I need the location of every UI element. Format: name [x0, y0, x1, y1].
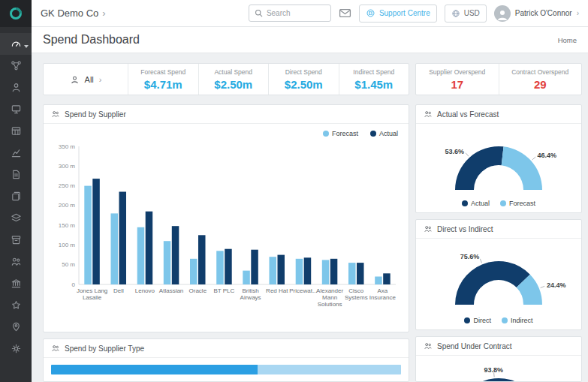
svg-text:Solutions: Solutions: [318, 301, 342, 308]
legend-indirect[interactable]: Indirect: [502, 317, 533, 324]
legend-label: Actual: [471, 200, 490, 207]
svg-text:350 m: 350 m: [59, 143, 76, 150]
sidebar-item-layers[interactable]: [0, 207, 32, 229]
sidebar-item-table[interactable]: [0, 120, 32, 142]
user-caret-icon: ›: [577, 9, 579, 17]
legend-direct[interactable]: Direct: [464, 317, 491, 324]
card-header: Actual vs Forecast: [416, 105, 581, 124]
users-icon: [11, 256, 22, 267]
messages-button[interactable]: [339, 7, 351, 20]
actual-vs-forecast-gauge: 53.6%46.4%: [416, 124, 581, 193]
gear-icon: [11, 343, 22, 354]
sidebar: [0, 0, 32, 382]
breadcrumb[interactable]: Home: [558, 36, 577, 44]
kpi-label: Contract Overspend: [502, 68, 579, 76]
star-icon: [11, 299, 22, 311]
svg-text:75.6%: 75.6%: [460, 253, 480, 260]
kpi-value: $1.45m: [342, 78, 406, 91]
sidebar-item-ratings[interactable]: [0, 294, 32, 316]
charts-right-column: Actual vs Forecast 53.6%46.4% Actual For…: [415, 104, 582, 382]
svg-text:0: 0: [72, 281, 76, 288]
actual-dot-icon: [462, 200, 468, 206]
svg-text:Lenovo: Lenovo: [135, 287, 155, 294]
legend-forecast[interactable]: Forecast: [500, 200, 535, 207]
user-menu[interactable]: Patrick O'Connor ›: [494, 5, 579, 22]
app-window: GK Demo Co › Support Centre USD: [0, 0, 588, 382]
sidebar-item-contracts[interactable]: [0, 164, 32, 185]
card-title: Direct vs Indirect: [437, 225, 493, 233]
direct-dot-icon: [464, 317, 470, 323]
filter-all-label: All: [85, 75, 94, 84]
spend-under-contract-gauge: 93.8%6.2%: [416, 356, 581, 382]
forecast-dot-icon: [323, 131, 329, 137]
svg-text:Axa: Axa: [378, 287, 388, 294]
card-header: Spend by Supplier: [44, 105, 409, 124]
spend-under-contract-card: Spend Under Contract 93.8%6.2%: [415, 336, 582, 382]
sidebar-item-teams[interactable]: [0, 251, 32, 272]
bar-chart-legend: Forecast Actual: [44, 124, 409, 137]
support-centre-button[interactable]: Support Centre: [359, 5, 437, 23]
gauge-legend: Actual Forecast: [416, 200, 581, 212]
svg-text:53.6%: 53.6%: [445, 148, 464, 155]
supplier-filter-dropdown[interactable]: All ›: [44, 64, 128, 95]
svg-text:Atlassian: Atlassian: [159, 287, 183, 294]
svg-text:250 m: 250 m: [59, 182, 76, 189]
support-centre-label: Support Centre: [379, 9, 430, 17]
actual-vs-forecast-card: Actual vs Forecast 53.6%46.4% Actual For…: [415, 104, 582, 213]
kpi-value: $2.50m: [272, 78, 336, 91]
sidebar-item-analytics[interactable]: [0, 142, 32, 164]
sidebar-item-bank[interactable]: [0, 272, 32, 294]
search-box[interactable]: [249, 5, 331, 22]
sidebar-item-dashboard[interactable]: [0, 33, 32, 55]
search-input[interactable]: [267, 9, 325, 17]
top-header: GK Demo Co › Support Centre USD: [32, 0, 588, 27]
sidebar-item-network[interactable]: [0, 55, 32, 77]
dashboard-icon: [11, 38, 22, 50]
kpi-summary-card: All › Forecast Spend $4.71m Actual Spend…: [43, 63, 409, 95]
dashboard-content: All › Forecast Spend $4.71m Actual Spend…: [32, 53, 588, 382]
spend-by-supplier-type-card: Spend by Supplier Type: [43, 338, 409, 382]
kpi-forecast-spend: Forecast Spend $4.71m: [128, 64, 198, 95]
company-caret-icon: ›: [102, 8, 105, 19]
app-logo[interactable]: [0, 0, 32, 27]
bank-icon: [11, 278, 22, 289]
kpi-value: 29: [502, 78, 579, 91]
legend-actual[interactable]: Actual: [462, 200, 490, 207]
sidebar-item-suppliers[interactable]: [0, 77, 32, 98]
card-title: Spend by Supplier Type: [65, 344, 144, 353]
sidebar-item-monitor[interactable]: [0, 98, 32, 120]
person-icon: [496, 9, 508, 21]
legend-actual[interactable]: Actual: [370, 130, 398, 137]
svg-text:46.4%: 46.4%: [538, 152, 557, 159]
sidebar-item-archive[interactable]: [0, 229, 32, 251]
sidebar-item-documents[interactable]: [0, 185, 32, 207]
filter-caret-icon: ›: [99, 75, 102, 84]
lifebuoy-icon: [366, 8, 375, 18]
legend-forecast[interactable]: Forecast: [323, 130, 358, 137]
svg-text:Insurance: Insurance: [369, 294, 397, 301]
legend-label: Actual: [379, 130, 398, 137]
sidebar-item-locations[interactable]: [0, 316, 32, 338]
company-switcher[interactable]: GK Demo Co ›: [41, 8, 106, 19]
network-icon: [11, 60, 22, 71]
forecast-dot-icon: [500, 200, 506, 206]
svg-text:Pricewat...: Pricewat...: [289, 287, 317, 294]
line-chart-icon: [11, 147, 22, 158]
svg-text:Oracle: Oracle: [189, 287, 207, 294]
svg-text:Lasalle: Lasalle: [83, 294, 102, 301]
direct-vs-indirect-card: Direct vs Indirect 75.6%24.4% Direct Ind…: [415, 219, 582, 330]
svg-text:100 m: 100 m: [59, 242, 76, 248]
users-icon: [51, 110, 60, 119]
page-title-bar: Spend Dashboard Home: [32, 27, 588, 53]
indirect-dot-icon: [502, 317, 508, 323]
overspend-card: Supplier Overspend 17 Contract Overspend…: [415, 63, 582, 95]
currency-button[interactable]: USD: [445, 5, 487, 23]
kpi-label: Indirect Spend: [342, 68, 406, 76]
kpi-actual-spend: Actual Spend $2.50m: [198, 64, 269, 95]
supplier-type-stacked-bar: [51, 365, 401, 374]
sidebar-item-settings[interactable]: [0, 338, 32, 359]
users-icon: [424, 341, 433, 350]
spend-by-supplier-chart: 050 m100 m150 m200 m250 m300 m350 mJones…: [44, 137, 409, 332]
user-name: Patrick O'Connor: [515, 9, 572, 17]
sidebar-nav: [0, 27, 32, 382]
